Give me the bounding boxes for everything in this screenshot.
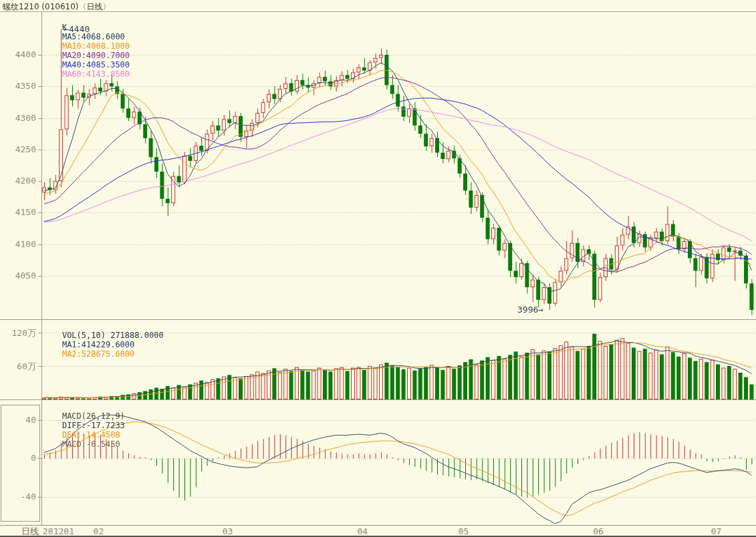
price-axis-label: 4250 (0, 144, 36, 154)
ma60-value: MA60:4143.8500 (62, 69, 130, 79)
ma10-value: MA10:4068.1000 (62, 41, 130, 51)
k-indicator-row: K MA5:4068.6000 MA10:4068.1000 MA20:4090… (43, 13, 139, 88)
x-axis-month-label: 02 (94, 526, 104, 536)
price-axis-label: 4050 (0, 271, 36, 281)
diff-value: DIFF:-17.7233 (62, 421, 125, 430)
volume-axis-label: 60万 (0, 361, 36, 373)
macd-value: MACD:-6.5450 (62, 439, 120, 449)
title-bar: 螺纹1210 (010610)〈日线〉 (0, 0, 756, 12)
volume-axis-label: 120万 (0, 327, 36, 339)
macd-label: MACD(26,12,9) (62, 411, 125, 421)
price-axis-label: 4100 (0, 239, 36, 249)
x-axis-bar (0, 525, 756, 536)
vol-ma2-value: MA2:528675.6000 (62, 349, 134, 359)
x-axis-month-label: 03 (223, 526, 233, 536)
dea-value: DEA:-14.4508 (62, 430, 120, 439)
macd-axis-label: 0 (0, 453, 36, 463)
price-axis-label: 4350 (0, 81, 36, 91)
macd-axis-label: 40 (0, 415, 36, 425)
high-price-annotation: ←4440 (64, 24, 90, 34)
x-axis-month-label: 06 (593, 526, 604, 536)
price-axis-label: 4200 (0, 176, 36, 186)
macd-indicator-row: MACD(26,12,9) DIFF:-17.7233 DEA:-14.4508… (43, 402, 134, 458)
instrument-title: 螺纹1210 (010610)〈日线〉 (3, 1, 111, 13)
x-axis-month-label: 05 (459, 526, 469, 536)
chart-window: 螺纹1210 (010610)〈日线〉 K MA5:4068.6000 MA10… (0, 0, 756, 537)
high-price-label: 4440 (69, 24, 90, 34)
vol-ma1-value: MA1:414229.6000 (62, 340, 134, 349)
right-arrow-icon: → (538, 305, 543, 315)
price-axis-label: 4300 (0, 113, 36, 123)
low-price-label: 3996 (517, 305, 538, 315)
ma20-value: MA20:4090.7000 (62, 51, 130, 60)
left-arrow-icon: ← (64, 24, 69, 34)
x-axis-month-label: 201201 (43, 526, 74, 536)
x-axis-month-label: 04 (357, 526, 368, 536)
x-axis-month-label: 07 (711, 526, 722, 536)
price-axis-label: 4400 (0, 49, 36, 59)
ma40-value: MA40:4085.3500 (62, 60, 130, 69)
macd-axis-label: -40 (0, 492, 36, 502)
volume-indicator-row: VOL(5,10) 271888.0000 MA1:414229.6000 MA… (43, 321, 173, 368)
low-price-annotation: 3996→ (517, 305, 543, 315)
price-axis-label: 4150 (0, 207, 36, 217)
vol-value: VOL(5,10) 271888.0000 (62, 331, 164, 340)
